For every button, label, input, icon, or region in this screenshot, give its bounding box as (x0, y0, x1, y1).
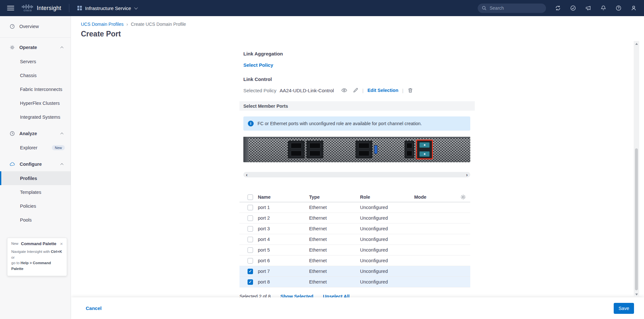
row-checkbox[interactable] (248, 269, 253, 274)
table-settings-gear-icon[interactable] (456, 194, 470, 200)
sidebar-header-configure[interactable]: Configure (0, 157, 71, 171)
page-header: UCS Domain Profiles › Create UCS Domain … (71, 16, 644, 38)
item-label: Fabric Interconnects (20, 87, 62, 92)
brand[interactable]: cisco Intersight (22, 5, 61, 12)
item-label: Chassis (20, 73, 37, 78)
sidebar-item-profiles[interactable]: Profiles (0, 171, 71, 185)
cell-type: Ethernet (309, 258, 360, 263)
cell-type: Ethernet (309, 269, 360, 274)
ports-table: Name Type Role Mode port 1 Ethernet (239, 192, 470, 287)
close-icon[interactable]: × (60, 241, 63, 246)
sidebar-section-configure: Configure Profiles Templates Policies Po… (0, 157, 71, 227)
selected-policy-value: AA24-UDLD-Link-Control (280, 88, 334, 93)
sidebar: Overview Operate Servers Chassis Fabric … (0, 16, 71, 319)
breadcrumb: UCS Domain Profiles › Create UCS Domain … (81, 22, 644, 27)
sidebar-header-operate[interactable]: Operate (0, 40, 71, 55)
table-row[interactable]: port 7 Ethernet Unconfigured (239, 266, 470, 277)
scroll-left-icon[interactable]: ‹ (246, 172, 248, 177)
select-all-checkbox[interactable] (248, 194, 253, 200)
row-checkbox[interactable] (248, 215, 253, 221)
row-checkbox[interactable] (248, 258, 253, 264)
row-checkbox[interactable] (248, 247, 253, 253)
port-module[interactable] (288, 141, 305, 158)
announcements-icon[interactable] (585, 5, 591, 11)
service-switcher[interactable]: Infrastructure Service (77, 5, 137, 11)
save-button[interactable]: Save (614, 303, 634, 314)
notifications-bell-icon[interactable] (600, 5, 607, 11)
table-row[interactable]: port 5 Ethernet Unconfigured (239, 245, 470, 255)
chassis-rear-image[interactable] (243, 137, 470, 162)
unselect-all-link[interactable]: Unselect All (323, 294, 349, 297)
sidebar-item-overview[interactable]: Overview (0, 19, 71, 34)
table-row[interactable]: port 2 Ethernet Unconfigured (239, 213, 470, 224)
vertical-scrollbar[interactable] (634, 41, 639, 297)
item-label: Servers (20, 59, 36, 64)
cell-type: Ethernet (309, 237, 360, 242)
sidebar-item-hyperflex-clusters[interactable]: HyperFlex Clusters (0, 96, 71, 110)
menu-icon[interactable] (7, 6, 14, 10)
scrollbar-thumb[interactable] (635, 148, 638, 290)
table-row[interactable]: port 6 Ethernet Unconfigured (239, 255, 470, 266)
breadcrumb-ucs-domain-profiles[interactable]: UCS Domain Profiles (81, 22, 123, 27)
row-checkbox[interactable] (248, 237, 253, 242)
cell-name: port 7 (258, 269, 309, 274)
column-header-role: Role (360, 194, 414, 200)
row-checkbox[interactable] (248, 279, 253, 285)
help-icon[interactable] (615, 5, 622, 11)
eye-icon[interactable] (341, 87, 347, 94)
port-module[interactable] (356, 141, 372, 158)
select-policy-link[interactable]: Select Policy (243, 62, 273, 68)
selected-port-module-highlight[interactable] (416, 140, 433, 159)
user-account-icon[interactable] (630, 5, 637, 11)
service-name: Infrastructure Service (85, 5, 131, 11)
port-module[interactable] (405, 141, 414, 158)
pencil-icon[interactable] (353, 87, 358, 93)
sidebar-item-pools[interactable]: Pools (0, 213, 71, 227)
topbar-actions (478, 4, 637, 13)
selected-policy-label: Selected Policy (243, 88, 277, 93)
table-row[interactable]: port 8 Ethernet Unconfigured (239, 277, 470, 287)
command-palette-title: Command Palette (21, 241, 56, 246)
topbar: cisco Intersight Infrastructure Service (0, 0, 644, 16)
scroll-down-icon[interactable] (634, 292, 639, 297)
sidebar-item-explorer[interactable]: Explorer New (0, 141, 71, 155)
refresh-icon[interactable] (555, 5, 561, 11)
item-label: Explorer (20, 145, 37, 150)
edit-selection-link[interactable]: Edit Selection (367, 88, 398, 93)
health-check-icon[interactable] (570, 5, 576, 11)
sidebar-item-chassis[interactable]: Chassis (0, 68, 71, 82)
show-selected-link[interactable]: Show Selected (280, 294, 313, 297)
column-header-name: Name (258, 194, 309, 200)
cisco-logo-icon: cisco (22, 5, 34, 12)
table-row[interactable]: port 1 Ethernet Unconfigured (239, 202, 470, 213)
cell-type: Ethernet (309, 279, 360, 284)
row-checkbox[interactable] (248, 226, 253, 232)
table-row[interactable]: port 4 Ethernet Unconfigured (239, 234, 470, 245)
sidebar-item-templates[interactable]: Templates (0, 185, 71, 199)
sidebar-header-analyze[interactable]: Analyze (0, 126, 71, 141)
app-root: cisco Intersight Infrastructure Service (0, 0, 644, 319)
search-box[interactable] (478, 4, 546, 13)
selection-summary: Selected 2 of 8 (239, 294, 271, 297)
row-checkbox[interactable] (248, 205, 253, 210)
cancel-button[interactable]: Cancel (86, 305, 102, 311)
breadcrumb-separator: › (126, 22, 128, 27)
image-horizontal-scrollbar[interactable]: ‹ › (243, 172, 470, 177)
separator: | (362, 88, 364, 93)
scroll-right-icon[interactable]: › (466, 172, 468, 177)
table-row[interactable]: port 3 Ethernet Unconfigured (239, 224, 470, 234)
item-label: Profiles (20, 176, 37, 181)
gear-icon (10, 45, 15, 50)
select-member-ports-header: Select Member Ports (239, 101, 475, 111)
scroll-up-icon[interactable] (634, 41, 639, 46)
sidebar-item-integrated-systems[interactable]: Integrated Systems (0, 110, 71, 124)
sidebar-item-policies[interactable]: Policies (0, 199, 71, 213)
cell-name: port 6 (258, 258, 309, 263)
cell-type: Ethernet (309, 247, 360, 253)
search-input[interactable] (490, 5, 548, 11)
sidebar-item-fabric-interconnects[interactable]: Fabric Interconnects (0, 82, 71, 96)
sidebar-item-servers[interactable]: Servers (0, 55, 71, 68)
trash-icon[interactable] (407, 87, 413, 93)
selected-policy-row: Selected Policy AA24-UDLD-Link-Control |… (239, 87, 475, 94)
port-module[interactable] (307, 141, 323, 158)
